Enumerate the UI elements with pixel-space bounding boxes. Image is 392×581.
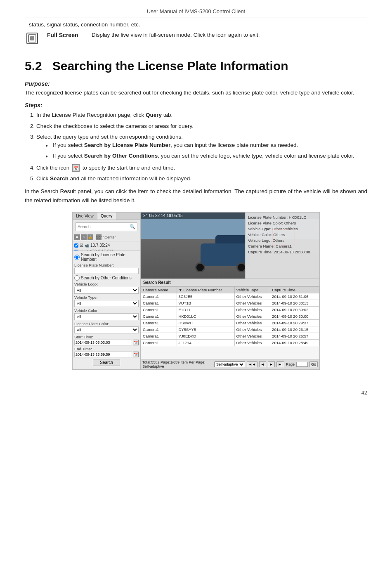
step-1: In the License Plate Recognition page, c… bbox=[36, 111, 367, 119]
items-per-page-select[interactable]: Self-adaptive bbox=[214, 361, 245, 367]
cell-type: Other Vehicles bbox=[234, 313, 270, 320]
info-plate-number: License Plate Number: HKD01LC bbox=[248, 215, 317, 220]
camera-icon-1: 📹 bbox=[85, 243, 89, 248]
col-capture-time: Capture Time bbox=[270, 287, 319, 293]
full-screen-label: Full Screen bbox=[47, 31, 84, 38]
section-heading: 5.2 Searching the License Plate Informat… bbox=[25, 59, 367, 73]
cell-type: Other Vehicles bbox=[234, 300, 270, 307]
cell-time: 2014-09-10 20:26:15 bbox=[270, 326, 319, 333]
plate-number-input[interactable] bbox=[74, 268, 139, 274]
search-bar[interactable]: 🔍 bbox=[76, 222, 137, 231]
cell-type: Other Vehicles bbox=[234, 293, 270, 300]
page-number: 42 bbox=[361, 390, 367, 396]
camera-label-1: 10.7.35:24 bbox=[90, 243, 110, 248]
end-time-calendar-btn[interactable]: 📅 bbox=[133, 352, 139, 357]
cell-plate: YJ0EDKD bbox=[177, 333, 234, 340]
left-panel: Live View Query 🔍 ■ ○ 🔒 ConnCenter bbox=[73, 213, 141, 369]
nav-next[interactable]: ► bbox=[268, 361, 275, 367]
result-table-head: Camera Name ▼ License Plate Number Vehic… bbox=[141, 287, 319, 293]
table-row[interactable]: Camera1 VUT1B Other Vehicles 2014-09-10 … bbox=[141, 300, 319, 307]
page-footer: 42 bbox=[25, 386, 367, 396]
cell-plate: DY5SYY5 bbox=[177, 326, 234, 333]
cell-camera: Camera1 bbox=[141, 320, 177, 326]
partial-icon-1: ☑ bbox=[80, 243, 83, 248]
tab-query[interactable]: Query bbox=[97, 213, 116, 220]
step-3-bullet-1: If you select Search by License Plate Nu… bbox=[53, 141, 367, 149]
plate-color-select[interactable]: All bbox=[74, 326, 139, 333]
table-row[interactable]: Camera1 DY5SYY5 Other Vehicles 2014-09-1… bbox=[141, 326, 319, 333]
result-section: Search Result Camera Name ▼ License Plat… bbox=[141, 279, 319, 369]
radio-plate[interactable] bbox=[74, 255, 80, 260]
cell-camera: Camera1 bbox=[141, 333, 177, 340]
search-by-other-ref: Search by Other Conditions bbox=[84, 153, 158, 159]
step-3: Select the query type and set the corres… bbox=[36, 133, 367, 161]
svg-rect-2 bbox=[30, 36, 34, 40]
nav-last[interactable]: ►| bbox=[276, 361, 284, 367]
col-vehicle-type: Vehicle Type bbox=[234, 287, 270, 293]
table-row[interactable]: Camera1 HS0WH Other Vehicles 2014-09-10 … bbox=[141, 320, 319, 326]
vehicle-color-select[interactable]: All bbox=[74, 313, 139, 320]
steps-label: Steps: bbox=[25, 102, 367, 109]
toolbar-icons: ■ ○ 🔒 ConnCenter bbox=[73, 234, 140, 241]
result-table: Camera Name ▼ License Plate Number Vehic… bbox=[141, 286, 319, 346]
table-row[interactable]: Camera1 YJ0EDKD Other Vehicles 2014-09-1… bbox=[141, 333, 319, 340]
step-4: Click the icon 📅 to specify the start ti… bbox=[36, 164, 367, 172]
tab-live-view[interactable]: Live View bbox=[73, 213, 97, 220]
start-time-label: Start Time: bbox=[74, 335, 139, 339]
vehicle-logo-select[interactable]: All bbox=[74, 287, 139, 294]
end-time-row: 📅 bbox=[74, 352, 139, 357]
document-title: User Manual of iVMS-5200 Control Client bbox=[25, 8, 367, 17]
calendar-icon-inline: 📅 bbox=[72, 164, 80, 172]
cell-plate: JL1714 bbox=[177, 340, 234, 346]
query-section: Search by License Plate Number: License … bbox=[73, 250, 140, 369]
col-plate-number: ▼ License Plate Number bbox=[177, 287, 234, 293]
cell-type: Other Vehicles bbox=[234, 340, 270, 346]
info-plate-color: License Plate Color: Others bbox=[248, 221, 317, 225]
screenshot-container: Live View Query 🔍 ■ ○ 🔒 ConnCenter bbox=[72, 212, 320, 370]
cell-time: 2014-09-10 20:31:06 bbox=[270, 293, 319, 300]
result-table-container: Camera Name ▼ License Plate Number Vehic… bbox=[141, 286, 319, 359]
cell-type: Other Vehicles bbox=[234, 320, 270, 326]
nav-first[interactable]: ◄◄ bbox=[247, 361, 257, 367]
cell-camera: Camera1 bbox=[141, 307, 177, 313]
search-by-plate-ref: Search by License Plate Number bbox=[84, 142, 170, 148]
camera-checkbox-1[interactable] bbox=[74, 243, 78, 248]
step-2: Check the checkboxes to select the camer… bbox=[36, 122, 367, 130]
toolbar-btn-2[interactable]: ○ bbox=[81, 234, 87, 240]
page-label: Page bbox=[286, 362, 295, 366]
search-button[interactable]: Search bbox=[93, 359, 120, 366]
cell-time: 2014-09-10 20:29:37 bbox=[270, 320, 319, 326]
table-row[interactable]: Camera1 3C3JE5 Other Vehicles 2014-09-10… bbox=[141, 293, 319, 300]
toolbar-btn-1[interactable]: ■ bbox=[74, 234, 80, 240]
search-input[interactable] bbox=[78, 224, 130, 229]
go-button[interactable]: Go bbox=[309, 361, 318, 367]
cell-time: 2014-09-10 20:30:13 bbox=[270, 300, 319, 307]
vehicle-type-label: Vehicle Type: bbox=[74, 295, 139, 300]
cell-type: Other Vehicles bbox=[234, 326, 270, 333]
start-time-input[interactable] bbox=[74, 340, 132, 345]
vehicle-type-select[interactable]: All bbox=[74, 300, 139, 307]
cell-camera: Camera1 bbox=[141, 326, 177, 333]
radio-other-label: Search by Other Conditions bbox=[81, 276, 132, 280]
tab-bar: Live View Query bbox=[73, 213, 140, 220]
result-footer: Total:5582 Page:1/659 Item Per Page: Sel… bbox=[141, 359, 319, 369]
steps-list: In the License Plate Recognition page, c… bbox=[36, 111, 367, 183]
table-row[interactable]: Camera1 JL1714 Other Vehicles 2014-09-10… bbox=[141, 340, 319, 346]
search-icon: 🔍 bbox=[130, 224, 135, 229]
purpose-label: Purpose: bbox=[25, 80, 367, 87]
nav-prev[interactable]: ◄ bbox=[259, 361, 266, 367]
table-row[interactable]: Camera1 E1D11 Other Vehicles 2014-09-10 … bbox=[141, 307, 319, 313]
car-wheel-left bbox=[195, 262, 205, 272]
cell-time: 2014-09-10 20:30:00 bbox=[270, 313, 319, 320]
info-vehicle-color: Vehicle Color: Others bbox=[248, 232, 317, 237]
table-row[interactable]: Camera1 HKD01LC Other Vehicles 2014-09-1… bbox=[141, 313, 319, 320]
end-time-input[interactable] bbox=[74, 352, 132, 357]
toolbar-btn-3[interactable]: 🔒 bbox=[87, 234, 93, 240]
page-number-input[interactable] bbox=[296, 362, 308, 367]
plate-number-label: License Plate Number: bbox=[74, 263, 139, 267]
full-screen-feature: Full Screen Display the live view in ful… bbox=[25, 31, 367, 46]
radio-other[interactable] bbox=[74, 275, 80, 281]
vehicle-logo-label: Vehicle Logo: bbox=[74, 282, 139, 286]
status-line: status, signal status, connection number… bbox=[25, 21, 367, 28]
start-time-calendar-btn[interactable]: 📅 bbox=[133, 340, 139, 345]
